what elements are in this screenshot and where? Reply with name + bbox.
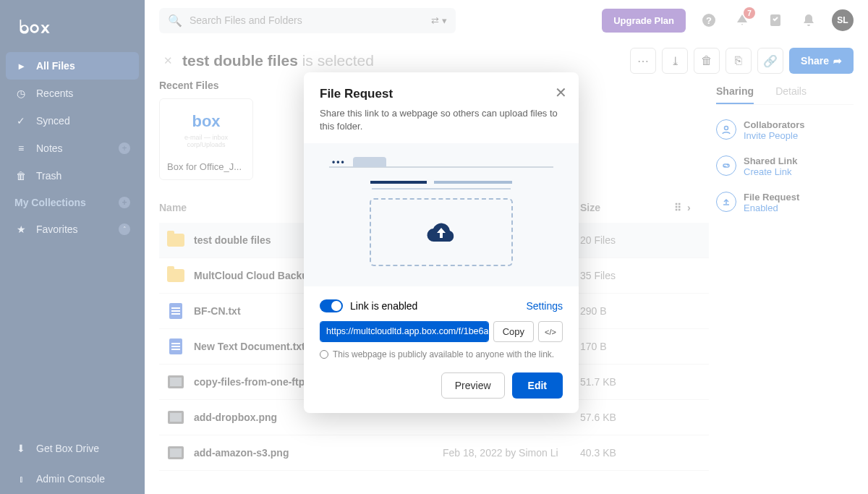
toggle-label: Link is enabled <box>350 300 417 312</box>
modal-close-button[interactable]: ✕ <box>555 84 567 101</box>
link-enabled-toggle[interactable] <box>320 299 343 312</box>
modal-description: Share this link to a webpage so others c… <box>320 107 563 133</box>
embed-button[interactable]: </> <box>538 321 563 342</box>
public-availability-note: This webpage is publicly available to an… <box>320 349 563 359</box>
cloud-upload-icon <box>425 221 457 244</box>
file-request-url[interactable]: https://multcloudltd.app.box.com/f/1be6a… <box>320 322 488 341</box>
settings-link[interactable]: Settings <box>526 300 563 312</box>
edit-button[interactable]: Edit <box>512 372 563 399</box>
preview-button[interactable]: Preview <box>441 372 505 399</box>
file-request-modal: ✕ File Request Share this link to a webp… <box>304 72 579 413</box>
copy-link-button[interactable]: Copy <box>493 321 534 342</box>
modal-illustration: ••• <box>304 143 579 286</box>
globe-icon <box>320 350 328 359</box>
modal-title: File Request <box>320 87 563 101</box>
